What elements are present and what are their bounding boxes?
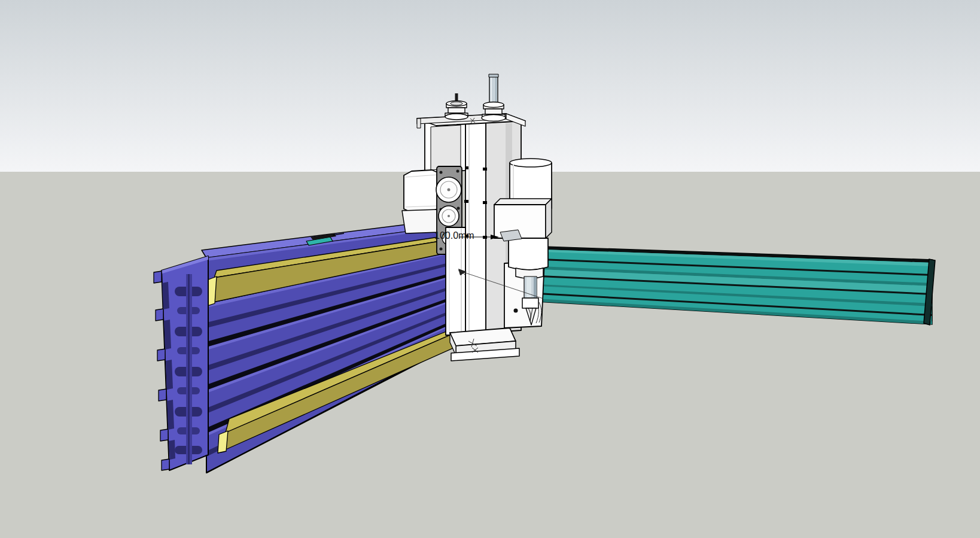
cad-3d-viewport[interactable]: 100.0mm bbox=[0, 0, 980, 538]
dimension-label[interactable]: 100.0mm bbox=[434, 230, 474, 241]
motor-box bbox=[402, 170, 439, 233]
tool-shaft bbox=[524, 276, 537, 298]
base-foot bbox=[450, 328, 519, 361]
spindle-clamp-top bbox=[494, 199, 552, 205]
guide-roller bbox=[439, 206, 459, 226]
guide-roller bbox=[436, 177, 461, 202]
dimension-anchor-tab bbox=[500, 230, 522, 241]
spindle-lower-body bbox=[509, 238, 548, 270]
bolt-hole bbox=[514, 309, 518, 313]
upper-frame bbox=[425, 121, 465, 173]
motor-ledge bbox=[402, 209, 439, 233]
z-slide-column bbox=[446, 227, 465, 335]
tool-collar bbox=[522, 298, 538, 308]
model-scene[interactable]: 100.0mm bbox=[0, 0, 980, 538]
rail-end-face bbox=[218, 431, 228, 453]
